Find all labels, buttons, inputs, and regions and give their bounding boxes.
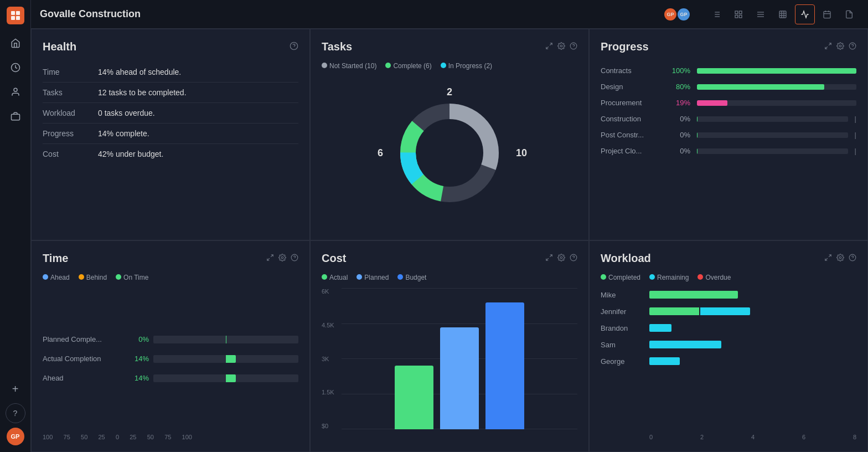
legend-complete: Complete (6) (385, 62, 431, 70)
sidebar-item-help[interactable]: ? (6, 403, 25, 423)
time-settings-icon[interactable] (278, 254, 286, 263)
time-axis-100l: 100 (43, 434, 53, 440)
dashboard-view-button[interactable] (795, 4, 815, 24)
progress-bar-fill-post-constr (697, 132, 698, 138)
workload-bar-brandon (649, 323, 856, 332)
svg-rect-1 (16, 11, 20, 15)
workload-expand-icon[interactable] (824, 254, 832, 263)
grid-view-button[interactable] (773, 4, 793, 24)
dashboard-grid: Health Time 14% ahead of schedule. Tasks… (31, 29, 868, 452)
progress-bar-bg-contracts (697, 68, 856, 74)
time-axis-75r: 75 (164, 434, 171, 440)
cost-help-icon[interactable] (570, 254, 577, 263)
workload-row-george: George (601, 357, 856, 366)
time-label-actual: Actual Completion (43, 355, 120, 363)
calendar-view-button[interactable] (817, 4, 837, 24)
progress-name-design: Design (601, 83, 662, 91)
health-row-tasks: Tasks 12 tasks to be completed. (43, 83, 298, 103)
table-view-button[interactable] (751, 4, 771, 24)
user-avatar[interactable]: GP (7, 428, 24, 445)
workload-row-jennifer: Jennifer (601, 307, 856, 316)
cost-chart-inner (342, 288, 577, 440)
time-help-icon[interactable] (291, 254, 298, 263)
page-title: Govalle Construction (40, 8, 657, 20)
time-axis-100r: 100 (182, 434, 192, 440)
cost-y-0: $0 (322, 423, 342, 429)
time-bar-planned (153, 336, 298, 343)
progress-bar-bg-construction (697, 116, 848, 122)
tasks-expand-icon[interactable] (545, 42, 553, 52)
legend-behind: Behind (79, 274, 107, 281)
workload-axis-0: 0 (649, 434, 653, 440)
progress-name-procurement: Procurement (601, 99, 662, 107)
progress-name-contracts: Contracts (601, 66, 662, 75)
sidebar-item-home[interactable] (6, 33, 25, 53)
sidebar-item-recent[interactable] (6, 58, 25, 78)
tasks-legend: Not Started (10) Complete (6) In Progres… (322, 62, 577, 70)
workload-x-axis: 0 2 4 6 8 (601, 434, 856, 440)
progress-title: Progress (601, 40, 649, 53)
health-title: Health (43, 40, 76, 53)
progress-expand-icon[interactable] (824, 42, 832, 52)
svg-rect-13 (735, 11, 738, 14)
time-bar-fill-planned (226, 336, 226, 343)
health-value-workload: 0 tasks overdue. (98, 103, 298, 124)
sidebar-item-portfolio[interactable] (6, 106, 25, 126)
workload-panel-header: Workload (601, 252, 856, 265)
cost-panel-icons (545, 254, 577, 263)
time-label-ahead: Ahead (43, 374, 120, 382)
workload-bar-fill-jennifer-completed (649, 307, 699, 315)
tasks-donut-chart: 2 6 10 (322, 76, 577, 229)
cost-panel-header: Cost (322, 252, 577, 265)
cost-title: Cost (322, 252, 346, 265)
svg-rect-15 (735, 15, 738, 18)
workload-bar-fill-brandon-remaining (649, 324, 671, 332)
workload-bar-fill-jennifer-remaining (700, 307, 750, 315)
list-view-button[interactable] (706, 4, 726, 24)
tasks-settings-icon[interactable] (557, 42, 565, 52)
health-label-time: Time (43, 62, 98, 83)
svg-point-41 (281, 256, 283, 259)
time-title: Time (43, 252, 68, 265)
cost-expand-icon[interactable] (545, 254, 553, 263)
cost-legend: Actual Planned Budget (322, 274, 577, 281)
doc-view-button[interactable] (839, 4, 859, 24)
workload-name-jennifer: Jennifer (601, 307, 645, 316)
cost-y-4-5k: 4.5K (322, 322, 342, 328)
workload-settings-icon[interactable] (836, 254, 844, 263)
health-value-time: 14% ahead of schedule. (98, 62, 298, 83)
sidebar-item-add[interactable]: + (6, 379, 25, 399)
progress-help-icon[interactable] (849, 42, 856, 52)
workload-name-sam: Sam (601, 341, 645, 349)
cost-settings-icon[interactable] (557, 254, 565, 263)
health-help-icon[interactable] (290, 42, 298, 52)
avatar-1: GP (663, 7, 678, 22)
progress-panel-icons (824, 42, 856, 52)
time-bar-fill-ahead (226, 374, 236, 382)
progress-bar-fill-procurement (697, 100, 727, 106)
sidebar-item-people[interactable] (6, 82, 25, 102)
app-logo[interactable] (7, 7, 24, 24)
topbar: Govalle Construction GP GP (31, 0, 868, 29)
progress-pct-construction: 0% (668, 115, 690, 123)
svg-rect-0 (11, 11, 15, 15)
progress-bar-fill-construction (697, 116, 698, 122)
progress-row-project-clo: Project Clo... 0% | (601, 147, 856, 155)
time-row-ahead: Ahead 14% (43, 374, 298, 382)
progress-pct-project-clo: 0% (668, 147, 690, 155)
workload-title: Workload (601, 252, 651, 265)
health-value-progress: 14% complete. (98, 124, 298, 144)
workload-bar-fill-sam-remaining (649, 341, 721, 348)
progress-row-contracts: Contracts 100% (601, 66, 856, 75)
time-expand-icon[interactable] (266, 254, 274, 263)
progress-row-post-constr: Post Constr... 0% | (601, 131, 856, 139)
progress-settings-icon[interactable] (836, 42, 844, 52)
tasks-help-icon[interactable] (570, 42, 577, 52)
cost-y-1-5k: 1.5K (322, 389, 342, 396)
legend-overdue: Overdue (698, 274, 731, 281)
board-view-button[interactable] (728, 4, 748, 24)
workload-help-icon[interactable] (849, 254, 856, 263)
progress-bar-bg-design (697, 84, 856, 90)
time-row-planned: Planned Comple... 0% (43, 335, 298, 343)
time-label-planned: Planned Comple... (43, 335, 120, 343)
